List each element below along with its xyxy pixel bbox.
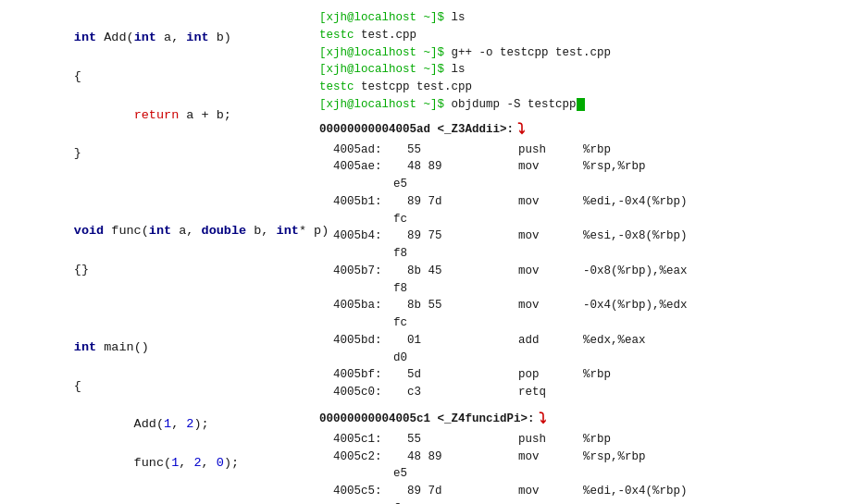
asm-row: 4005ba: 8b 55 fc mov -0x4(%rbp),%edx <box>319 297 843 332</box>
asm-row: 4005bd: 01 d0 add %edx,%eax <box>319 332 843 367</box>
asm-block-add: 00000000004005ad <_Z3Addii>: ⤵ 4005ad: 5… <box>319 119 843 401</box>
content-area: int Add(int a, int b) { return a + b; } … <box>0 0 857 504</box>
code-panel: int Add(int a, int b) { return a + b; } … <box>14 9 301 504</box>
terminal-cursor <box>577 98 585 111</box>
terminal-line-1: [xjh@localhost ~]$ ls <box>319 9 843 27</box>
asm-row: 4005bf: 5d pop %rbp <box>319 366 843 384</box>
terminal-line-4: [xjh@localhost ~]$ objdump -S testcpp <box>319 96 843 114</box>
source-code: int Add(int a, int b) { return a + b; } … <box>14 9 301 504</box>
asm-row: 4005c5: 89 7d fc mov %edi,-0x4(%rbp) <box>319 483 843 504</box>
terminal-output-2: testc testcpp test.cpp <box>319 79 843 96</box>
asm-row: 4005c2: 48 89 e5 mov %rsp,%rbp <box>319 449 843 484</box>
asm-label-add: 00000000004005ad <_Z3Addii>: ⤵ <box>319 119 843 141</box>
terminal-line-3: [xjh@localhost ~]$ ls <box>319 61 843 79</box>
terminal-commands: [xjh@localhost ~]$ ls testc test.cpp [xj… <box>319 9 843 114</box>
arrow-icon-2: ⤵ <box>539 409 546 431</box>
asm-row: 4005c1: 55 push %rbp <box>319 431 843 449</box>
asm-block-func: 00000000004005c1 <_Z4funcidPi>: ⤵ 4005c1… <box>319 409 843 504</box>
keyword-int: int <box>74 31 96 44</box>
main-container: int Add(int a, int b) { return a + b; } … <box>0 0 857 504</box>
asm-row: 4005b7: 8b 45 f8 mov -0x8(%rbp),%eax <box>319 263 843 298</box>
terminal-output-1: testc test.cpp <box>319 27 843 44</box>
terminal-line-2: [xjh@localhost ~]$ g++ -o testcpp test.c… <box>319 44 843 62</box>
asm-row: 4005b4: 89 75 f8 mov %esi,-0x8(%rbp) <box>319 227 843 263</box>
asm-row: 4005c0: c3 retq <box>319 384 843 401</box>
terminal-panel: [xjh@localhost ~]$ ls testc test.cpp [xj… <box>319 9 843 504</box>
asm-row: 4005ae: 48 89 e5 mov %rsp,%rbp <box>319 158 843 193</box>
asm-row: 4005b1: 89 7d fc mov %edi,-0x4(%rbp) <box>319 193 843 228</box>
arrow-icon-1: ⤵ <box>517 119 525 141</box>
asm-label-func: 00000000004005c1 <_Z4funcidPi>: ⤵ <box>319 409 843 431</box>
asm-row: 4005ad: 55 push %rbp <box>319 141 843 159</box>
